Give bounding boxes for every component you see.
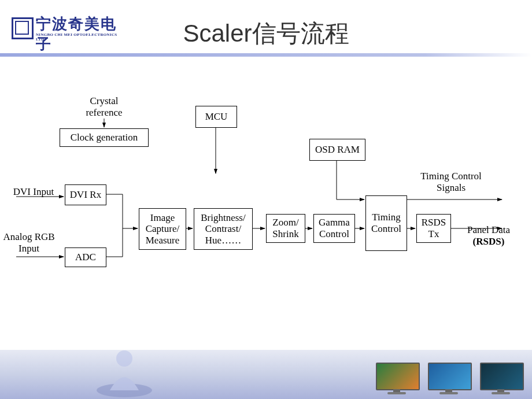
label-panel-data: Panel Data(RSDS) bbox=[457, 224, 520, 247]
box-timing-control: Timing Control bbox=[365, 195, 407, 251]
label-timing-control-signals: Timing Control Signals bbox=[405, 171, 497, 193]
box-gamma-control: Gamma Control bbox=[313, 214, 355, 243]
label-crystal-reference: Crystal reference bbox=[75, 95, 133, 118]
box-image-capture: Image Capture/ Measure bbox=[139, 208, 186, 250]
monitor-icon bbox=[376, 363, 418, 394]
footer-banner bbox=[0, 350, 532, 399]
box-clock-generation: Clock generation bbox=[60, 128, 149, 147]
signal-flow-diagram: Crystal reference DVI Input Analog RGB I… bbox=[0, 0, 532, 399]
box-mcu: MCU bbox=[195, 106, 237, 128]
label-dvi-input: DVI Input bbox=[10, 186, 57, 198]
box-rsds-tx: RSDS Tx bbox=[416, 214, 451, 243]
box-osd-ram: OSD RAM bbox=[309, 139, 365, 161]
monitor-icon bbox=[480, 363, 522, 394]
box-zoom-shrink: Zoom/ Shrink bbox=[266, 214, 305, 243]
box-adc: ADC bbox=[65, 247, 106, 267]
decorative-person-icon bbox=[93, 341, 156, 399]
monitor-icon bbox=[428, 363, 470, 394]
box-brightness-contrast-hue: Brightness/ Contrast/ Hue…… bbox=[194, 208, 253, 250]
label-analog-rgb-input: Analog RGB Input bbox=[0, 231, 58, 254]
svg-point-13 bbox=[116, 350, 132, 367]
box-dvi-rx: DVI Rx bbox=[65, 184, 106, 205]
